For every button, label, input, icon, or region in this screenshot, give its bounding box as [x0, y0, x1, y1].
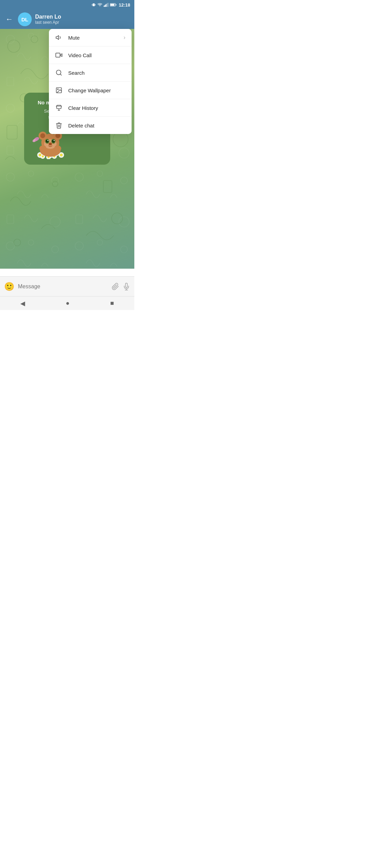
- change-wallpaper-label: Change Wallpaper: [68, 87, 125, 93]
- message-input[interactable]: [18, 283, 108, 290]
- chat-header: ← DL Darren Lo last seen Apr: [0, 10, 134, 29]
- broom-icon: [55, 104, 63, 112]
- battery-icon: [110, 3, 117, 7]
- svg-rect-4: [105, 5, 105, 7]
- svg-marker-58: [60, 54, 62, 56]
- svg-marker-57: [56, 35, 59, 40]
- svg-rect-7: [107, 3, 108, 7]
- svg-point-19: [112, 213, 123, 224]
- svg-point-51: [49, 143, 52, 145]
- back-nav-button[interactable]: ◀: [13, 298, 32, 309]
- menu-item-clear-history[interactable]: Clear History: [49, 99, 132, 117]
- vibrate-icon: [91, 2, 96, 7]
- svg-point-34: [60, 154, 63, 156]
- svg-rect-5: [106, 4, 106, 7]
- microphone-button[interactable]: [123, 283, 130, 290]
- menu-item-delete-chat[interactable]: Delete chat: [49, 117, 132, 134]
- menu-item-mute[interactable]: Mute ›: [49, 29, 132, 46]
- svg-rect-59: [56, 53, 60, 57]
- menu-item-change-wallpaper[interactable]: Change Wallpaper: [49, 82, 132, 99]
- emoji-button[interactable]: 🙂: [4, 282, 14, 291]
- contact-status: last seen Apr: [35, 20, 130, 25]
- svg-rect-0: [93, 3, 95, 6]
- mute-label: Mute: [68, 35, 118, 41]
- svg-line-61: [60, 74, 62, 75]
- menu-item-video-call[interactable]: Video Call: [49, 46, 132, 64]
- back-button[interactable]: ←: [4, 13, 14, 25]
- svg-rect-14: [7, 125, 17, 139]
- video-call-label: Video Call: [68, 52, 125, 58]
- svg-point-35: [42, 155, 44, 157]
- svg-point-49: [48, 140, 49, 141]
- attachment-button[interactable]: [112, 283, 119, 290]
- avatar[interactable]: DL: [18, 12, 32, 26]
- chevron-right-icon: ›: [124, 34, 125, 41]
- svg-point-50: [54, 140, 55, 141]
- time-display: 12:18: [119, 2, 130, 8]
- message-bar: 🙂: [0, 276, 134, 296]
- delete-chat-label: Delete chat: [68, 123, 125, 128]
- svg-rect-1: [92, 4, 92, 6]
- svg-point-63: [58, 89, 59, 90]
- recent-nav-button[interactable]: ■: [103, 298, 121, 308]
- svg-rect-10: [110, 4, 114, 6]
- svg-point-20: [14, 239, 21, 246]
- svg-rect-6: [107, 3, 107, 7]
- trash-icon: [55, 122, 63, 129]
- svg-rect-3: [104, 6, 104, 7]
- home-nav-button[interactable]: ●: [59, 298, 76, 308]
- svg-rect-18: [103, 180, 112, 193]
- status-bar: 12:18: [0, 0, 134, 10]
- search-label: Search: [68, 70, 125, 76]
- search-icon: [55, 69, 63, 76]
- dropdown-menu: Mute › Video Call Search: [49, 29, 132, 134]
- nav-bar: ◀ ● ■: [0, 296, 134, 310]
- svg-rect-9: [115, 4, 116, 6]
- video-icon: [55, 51, 63, 59]
- svg-point-11: [8, 40, 20, 52]
- svg-point-41: [40, 133, 45, 138]
- clear-history-label: Clear History: [68, 105, 125, 111]
- wallpaper-icon: [55, 86, 63, 94]
- svg-rect-2: [95, 4, 95, 6]
- wifi-icon: [97, 3, 102, 7]
- svg-point-43: [55, 133, 60, 138]
- signal-icon: [104, 3, 108, 7]
- status-icons: 12:18: [91, 2, 130, 8]
- svg-point-12: [31, 36, 38, 43]
- menu-item-search[interactable]: Search: [49, 64, 132, 82]
- contact-info: Darren Lo last seen Apr: [35, 14, 130, 25]
- svg-point-30: [39, 154, 41, 156]
- svg-point-17: [52, 181, 58, 187]
- contact-name: Darren Lo: [35, 14, 130, 20]
- volume-icon: [55, 34, 63, 41]
